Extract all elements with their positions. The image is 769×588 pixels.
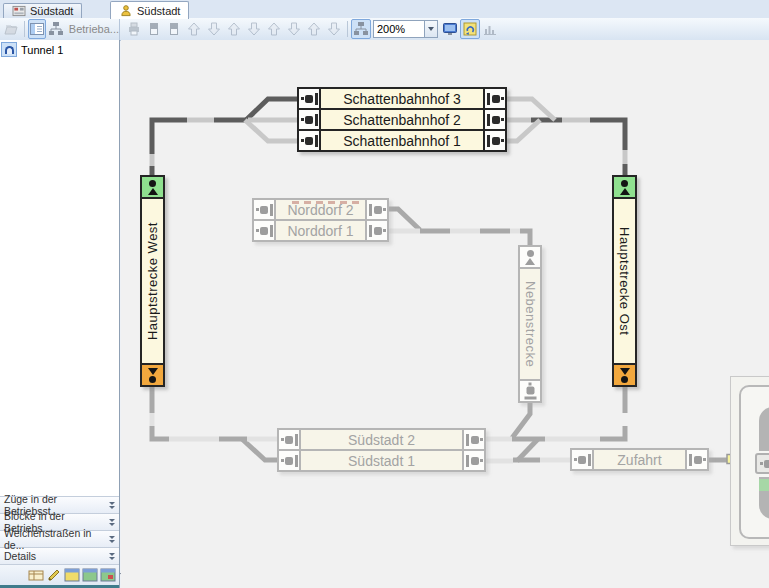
sidebar-bottom-toolbar — [0, 564, 119, 585]
brake-marker-icon[interactable] — [685, 450, 707, 469]
tree-item-tunnel-1[interactable]: Tunnel 1 — [0, 40, 119, 59]
window-style-button-3[interactable] — [100, 566, 116, 584]
move-up-button-1[interactable] — [184, 19, 204, 39]
fullscreen-button[interactable] — [440, 19, 460, 39]
overview-toggle-button[interactable] — [28, 19, 46, 39]
block-label: Hauptstrecke Ost — [614, 199, 635, 363]
open-folder-icon — [3, 21, 19, 37]
page-layout-button-2[interactable] — [164, 19, 184, 39]
block-hauptstrecke-ost[interactable]: Hauptstrecke Ost — [612, 175, 637, 387]
print-button[interactable] — [124, 19, 144, 39]
page-layout-button-1[interactable] — [144, 19, 164, 39]
move-down-button-2[interactable] — [244, 19, 264, 39]
block-schattenbahnhof-2[interactable]: Schattenbahnhof 2 — [299, 108, 505, 129]
block-schattenbahnhof-3[interactable]: Schattenbahnhof 3 — [299, 89, 505, 108]
dispatcher-icon — [119, 5, 133, 17]
block-suedstadt-1[interactable]: Südstadt 1 — [279, 449, 484, 470]
tree-view-button[interactable] — [47, 19, 64, 39]
arrow-down-icon — [246, 21, 262, 37]
move-down-button-4[interactable] — [324, 19, 344, 39]
application-window: Südstadt Südstadt Betrieba... — [0, 0, 769, 588]
brake-marker-icon[interactable] — [483, 110, 505, 129]
window-style-button-2[interactable] — [82, 566, 98, 584]
signal-icon[interactable] — [520, 247, 540, 269]
track-segment — [152, 120, 187, 154]
brake-marker-icon[interactable] — [462, 451, 484, 470]
window-style-button-1[interactable] — [64, 566, 80, 584]
brake-marker-icon[interactable] — [299, 110, 321, 129]
sidebar-sections: Züge in der Betriebsst... Blöcke in der … — [0, 496, 119, 564]
track-segment — [245, 120, 297, 141]
signal-orange-icon[interactable] — [614, 363, 635, 385]
brake-marker-icon — [755, 453, 769, 474]
move-up-button-4[interactable] — [304, 19, 324, 39]
arrow-up-icon — [266, 21, 282, 37]
edit-pencil-button[interactable] — [46, 566, 62, 584]
block-label: Norddorf 2 — [276, 200, 365, 219]
block-suedstadt-2[interactable]: Südstadt 2 — [279, 430, 484, 449]
signal-orange-icon[interactable] — [142, 363, 163, 385]
brake-marker-icon[interactable] — [279, 451, 301, 470]
brake-marker-icon[interactable] — [365, 221, 387, 240]
track-segment — [590, 120, 625, 150]
printer-icon — [126, 21, 142, 37]
tab-suedstadt-dispatcher[interactable]: Südstadt — [110, 1, 189, 19]
brake-marker-icon[interactable] — [483, 131, 505, 150]
card-icon — [166, 21, 182, 37]
brake-marker-icon[interactable] — [254, 221, 276, 240]
brake-marker-icon[interactable] — [520, 379, 540, 401]
panel-view-icon — [29, 21, 45, 37]
tab-suedstadt-switchboard[interactable]: Südstadt — [3, 3, 82, 18]
panel-inner — [739, 385, 769, 539]
track-segment — [600, 426, 625, 439]
brake-marker-icon[interactable] — [572, 450, 594, 469]
auto-refresh-button[interactable] — [460, 19, 480, 39]
move-down-button-3[interactable] — [284, 19, 304, 39]
block-label: Schattenbahnhof 2 — [321, 110, 483, 129]
arrow-up-icon — [226, 21, 242, 37]
open-button[interactable] — [3, 19, 20, 39]
separator — [347, 21, 348, 37]
block-stack-schattenbahnhof: Schattenbahnhof 3 Schattenbahnhof 2 Scha… — [297, 87, 507, 152]
statistics-button[interactable] — [480, 19, 500, 39]
signal-green-icon[interactable] — [614, 177, 635, 199]
zoom-dropdown-button[interactable] — [425, 20, 438, 38]
zoom-input[interactable] — [373, 20, 425, 38]
block-hauptstrecke-west[interactable]: Hauptstrecke West — [140, 175, 165, 387]
separator — [24, 21, 25, 37]
move-up-button-3[interactable] — [264, 19, 284, 39]
block-schattenbahnhof-1[interactable]: Schattenbahnhof 1 — [299, 129, 505, 150]
card-icon — [146, 21, 162, 37]
brake-marker-icon[interactable] — [254, 200, 276, 219]
block-norddorf-2[interactable]: Norddorf 2 — [254, 200, 387, 219]
refresh-page-icon — [462, 21, 478, 37]
move-down-button-1[interactable] — [204, 19, 224, 39]
section-weichenstrassen[interactable]: Weichenstraßen in de... — [0, 530, 119, 547]
brake-marker-icon[interactable] — [299, 131, 321, 150]
track-segment — [503, 99, 555, 120]
arrow-down-icon — [326, 21, 342, 37]
brake-marker-icon[interactable] — [279, 430, 301, 449]
signal-green-icon[interactable] — [142, 177, 163, 199]
block-norddorf-1[interactable]: Norddorf 1 — [254, 219, 387, 240]
brake-marker-icon — [760, 458, 769, 470]
brake-marker-icon[interactable] — [299, 89, 321, 108]
yellow-window-icon — [64, 567, 80, 583]
block-nebenstrecke[interactable]: Nebenstrecke — [518, 245, 542, 403]
panel-toolbar: Betrieba... — [0, 18, 120, 40]
tree-view-icon — [48, 21, 64, 37]
block-zufahrt[interactable]: Zufahrt — [570, 448, 709, 471]
hierarchy-view-button[interactable] — [351, 19, 371, 39]
block-label: Südstadt 2 — [301, 430, 462, 449]
grid-icon — [28, 567, 44, 583]
brake-marker-icon[interactable] — [462, 430, 484, 449]
partial-block-panel — [730, 376, 769, 546]
move-up-button-2[interactable] — [224, 19, 244, 39]
brake-marker-icon[interactable] — [365, 200, 387, 219]
block-label: Zufahrt — [594, 450, 685, 469]
track-segment — [520, 231, 530, 245]
track-segment — [385, 209, 420, 230]
brake-marker-icon[interactable] — [483, 89, 505, 108]
properties-grid-button[interactable] — [28, 566, 44, 584]
track-segment — [152, 426, 169, 439]
